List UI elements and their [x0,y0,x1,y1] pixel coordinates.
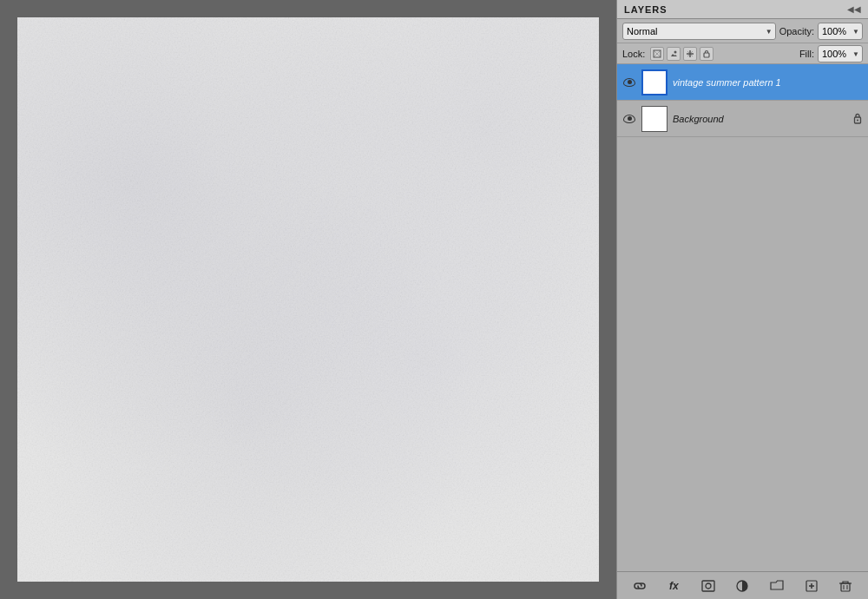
fill-input-wrapper [818,45,863,63]
new-group-button[interactable] [767,576,786,596]
layers-panel: LAYERS ◀◀ Normal Dissolve Multiply Scree… [616,0,868,599]
opacity-input-wrapper [818,23,863,40]
layer-thumbnail-1 [641,69,667,95]
layer-item-background[interactable]: Background [617,101,868,137]
layer-lock-icon-2 [852,113,863,125]
lock-row: Lock: [617,43,868,64]
add-adjustment-button[interactable] [733,576,752,596]
add-layer-style-button[interactable]: fx [664,576,683,596]
svg-point-2 [674,50,677,53]
opacity-input[interactable] [818,23,863,40]
lock-all-button[interactable] [700,47,713,61]
blend-mode-wrapper: Normal Dissolve Multiply Screen Overlay [622,23,776,40]
svg-rect-7 [704,53,709,57]
layer-thumbnail-content-2 [642,107,667,131]
panel-header: LAYERS ◀◀ [617,0,868,19]
blend-mode-row: Normal Dissolve Multiply Screen Overlay … [617,19,868,43]
layer-item-vintage-summer[interactable]: vintage summer pattern 1 [617,64,868,101]
add-mask-button[interactable] [699,576,718,596]
new-layer-button[interactable] [802,576,821,596]
layer-thumbnail-content-1 [643,71,666,94]
eye-icon-2 [623,115,635,123]
layer-name-2: Background [673,114,847,124]
blend-mode-select[interactable]: Normal Dissolve Multiply Screen Overlay [622,23,776,40]
layer-visibility-toggle-2[interactable] [622,112,636,126]
opacity-label: Opacity: [779,26,814,36]
lock-position-button[interactable] [683,47,697,61]
svg-rect-16 [841,583,850,591]
lock-transparent-pixels-button[interactable] [650,47,664,61]
delete-layer-button[interactable] [836,576,855,596]
panel-title: LAYERS [624,4,667,15]
layer-visibility-toggle-1[interactable] [622,76,636,89]
canvas-area [0,0,616,599]
panel-footer: fx [617,571,868,599]
svg-rect-10 [702,581,714,591]
fill-input[interactable] [818,45,863,63]
svg-rect-0 [17,17,599,582]
panel-collapse-button[interactable]: ◀◀ [847,5,861,14]
link-layers-button[interactable] [630,576,649,596]
layer-name-1: vintage summer pattern 1 [673,77,863,88]
eye-icon-1 [623,78,635,87]
canvas-document [17,17,599,582]
layer-thumbnail-2 [641,106,667,132]
lock-image-pixels-button[interactable] [667,47,681,61]
lock-icons-group [650,47,796,61]
lock-label: Lock: [622,49,645,59]
layers-list: vintage summer pattern 1 Background [617,64,868,571]
svg-point-11 [706,583,711,589]
svg-point-9 [857,120,858,122]
fill-label: Fill: [799,49,814,59]
